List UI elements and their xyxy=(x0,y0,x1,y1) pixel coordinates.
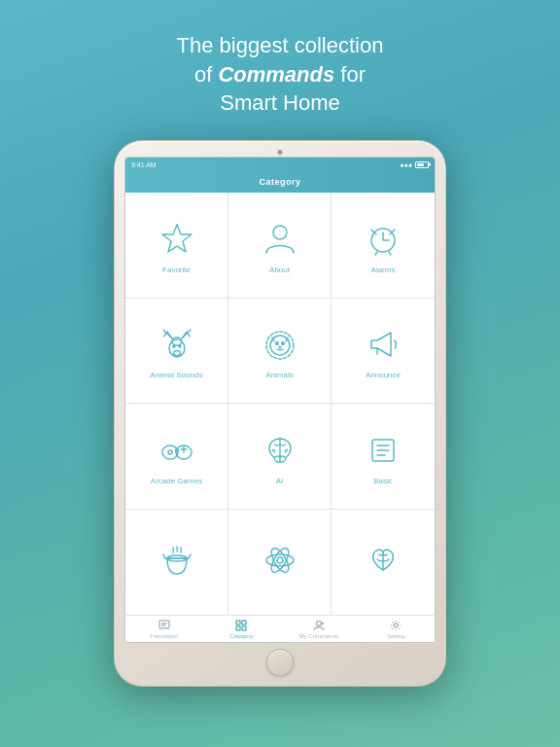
svg-rect-39 xyxy=(236,621,240,624)
tab-setting-label: Setting xyxy=(387,633,405,639)
setting-icon xyxy=(390,620,402,631)
basic-icon xyxy=(362,429,404,472)
tab-translation[interactable]: Translation xyxy=(125,620,203,639)
svg-point-8 xyxy=(172,338,182,345)
svg-point-43 xyxy=(316,621,321,625)
category-grid: Favorite About xyxy=(125,193,435,615)
svg-rect-42 xyxy=(242,626,246,630)
category-basic[interactable]: Basic xyxy=(332,404,435,510)
heart-organ-icon xyxy=(362,539,404,582)
svg-line-5 xyxy=(375,252,377,255)
about-icon xyxy=(259,218,301,261)
svg-rect-36 xyxy=(159,621,169,628)
category-favorite[interactable]: Favorite xyxy=(125,193,228,299)
nav-title: Category xyxy=(259,177,300,187)
animal-sounds-label: Animal Sounds xyxy=(151,371,203,380)
category-atom[interactable] xyxy=(228,510,332,616)
battery-icon xyxy=(415,161,429,168)
battery-fill xyxy=(417,163,424,166)
svg-point-46 xyxy=(394,623,398,627)
home-button[interactable] xyxy=(266,649,294,676)
category-animals[interactable]: Animals xyxy=(228,299,332,405)
svg-line-6 xyxy=(389,252,391,255)
category-alarms[interactable]: Alarms xyxy=(332,193,435,299)
alarms-label: Alarms xyxy=(371,266,396,275)
ai-label: AI xyxy=(276,477,284,486)
nav-bar: Category xyxy=(125,171,435,193)
category-announce[interactable]: Announce xyxy=(332,299,435,405)
svg-point-9 xyxy=(173,351,180,356)
arcade-games-icon xyxy=(156,429,198,472)
translation-icon xyxy=(158,620,170,631)
announce-icon xyxy=(362,323,404,366)
ipad-device: 9:41 AM ●●● Category Favorite xyxy=(115,141,445,686)
category-arcade-games[interactable]: Arcade Games xyxy=(125,404,228,510)
tab-category-label: Category xyxy=(229,633,253,639)
tab-translation-label: Translation xyxy=(150,633,178,639)
about-label: About xyxy=(269,266,290,275)
category-tab-icon xyxy=(235,620,247,631)
animals-label: Animals xyxy=(265,371,293,380)
tab-my-commands[interactable]: My Commands xyxy=(280,620,358,639)
svg-point-14 xyxy=(275,342,277,344)
category-cooking[interactable] xyxy=(125,510,228,616)
favorite-label: Favorite xyxy=(162,266,191,275)
arcade-games-label: Arcade Games xyxy=(151,477,202,486)
svg-point-19 xyxy=(168,450,172,454)
tab-my-commands-label: My Commands xyxy=(299,633,338,639)
ai-icon xyxy=(259,429,301,472)
status-right: ●●● xyxy=(400,161,429,168)
svg-point-11 xyxy=(179,345,181,347)
basic-label: Basic xyxy=(373,477,393,486)
announce-label: Announce xyxy=(366,371,401,380)
cooking-icon xyxy=(156,539,198,582)
tab-category[interactable]: Category xyxy=(203,620,281,639)
svg-point-10 xyxy=(173,345,175,347)
category-about[interactable]: About xyxy=(228,193,332,299)
svg-point-32 xyxy=(266,554,294,566)
status-bar: 9:41 AM ●●● xyxy=(125,158,435,171)
svg-line-28 xyxy=(163,554,165,558)
tab-setting[interactable]: Setting xyxy=(358,620,436,639)
svg-line-29 xyxy=(189,554,191,558)
animal-sounds-icon xyxy=(156,323,198,366)
ipad-screen: 9:41 AM ●●● Category Favorite xyxy=(124,157,436,643)
svg-rect-40 xyxy=(242,621,246,624)
my-commands-icon xyxy=(313,620,325,631)
favorite-icon xyxy=(156,218,198,261)
category-ai[interactable]: AI xyxy=(228,404,332,510)
category-heart-organ[interactable] xyxy=(332,510,435,616)
signal-icon: ●●● xyxy=(400,161,412,168)
tab-bar: Translation Category My Comman xyxy=(125,615,435,642)
headline: The biggest collection of Commands for S… xyxy=(177,31,384,118)
animals-icon xyxy=(259,323,301,366)
battery-container xyxy=(415,161,429,168)
alarms-icon xyxy=(362,218,404,261)
svg-point-31 xyxy=(277,557,283,563)
status-time: 9:41 AM xyxy=(131,161,157,168)
category-animal-sounds[interactable]: Animal Sounds xyxy=(125,299,228,405)
atom-icon xyxy=(259,539,301,582)
svg-point-1 xyxy=(273,226,287,239)
svg-rect-41 xyxy=(236,626,240,630)
svg-point-15 xyxy=(281,342,283,344)
svg-marker-0 xyxy=(162,225,192,252)
